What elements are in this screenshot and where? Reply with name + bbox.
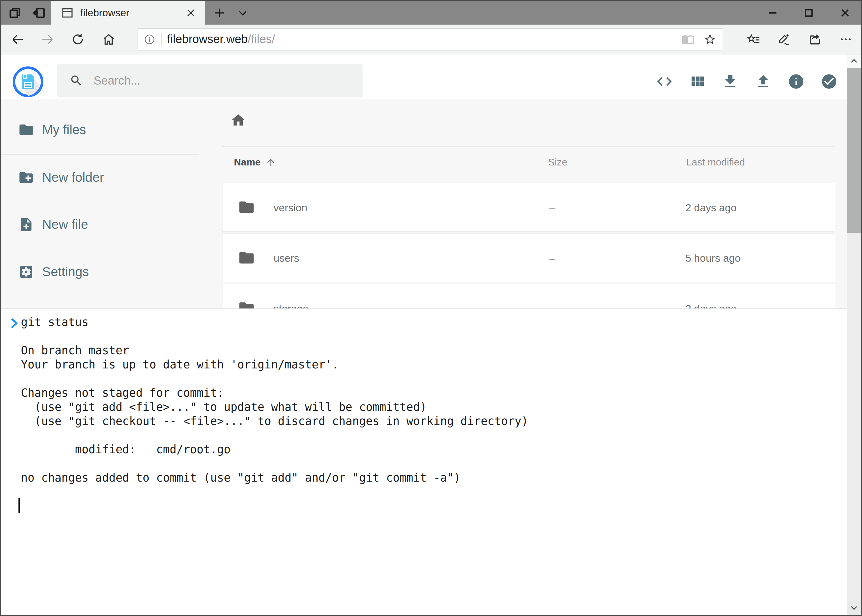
info-icon	[788, 73, 805, 90]
search-box[interactable]	[57, 64, 363, 97]
home-button[interactable]	[101, 25, 117, 54]
close-icon	[840, 7, 851, 19]
folder-icon	[18, 122, 34, 138]
select-multiple-button[interactable]	[820, 73, 838, 91]
window-maximize-button[interactable]	[794, 1, 823, 25]
home-icon	[230, 112, 246, 128]
download-icon	[722, 73, 739, 90]
file-row-version[interactable]: version – 2 days ago	[222, 183, 835, 232]
code-icon	[656, 73, 673, 90]
share-button[interactable]	[805, 25, 825, 54]
breadcrumb-home[interactable]	[230, 112, 246, 129]
set-tabs-aside-icon	[33, 6, 46, 19]
tab-preview-button[interactable]	[6, 1, 24, 25]
terminal-cursor	[19, 498, 20, 513]
settings-gear-icon	[18, 264, 34, 280]
chevron-down-icon	[849, 603, 859, 612]
prompt-chevron-icon	[10, 318, 19, 328]
maximize-icon	[803, 7, 814, 19]
sidebar-item-label: New folder	[42, 170, 104, 185]
sort-ascending-icon	[266, 157, 276, 168]
minimize-icon	[767, 7, 778, 19]
forward-button[interactable]	[40, 25, 56, 54]
column-header-modified[interactable]: Last modified	[686, 157, 745, 168]
chevron-up-icon	[849, 57, 859, 66]
scrollbar-down-button[interactable]	[847, 600, 861, 615]
scrollbar-thumb[interactable]	[847, 68, 861, 233]
url-path: /files/	[248, 33, 275, 46]
filebrowser-logo[interactable]	[12, 66, 44, 99]
site-info-icon[interactable]	[144, 33, 155, 45]
terminal-panel[interactable]: git status On branch master Your branch …	[1, 308, 847, 615]
reading-view-icon[interactable]	[681, 33, 694, 46]
upload-icon	[755, 73, 772, 90]
hub-star-list-icon	[747, 33, 760, 46]
column-label: Name	[234, 157, 261, 168]
share-icon	[808, 33, 822, 46]
file-size: –	[549, 202, 555, 214]
hub-favorites-button[interactable]	[744, 25, 764, 54]
home-icon	[102, 32, 116, 46]
new-file-icon	[18, 217, 34, 233]
pen-icon	[777, 33, 791, 46]
titlebar: filebrowser	[1, 1, 861, 25]
file-row-users[interactable]: users – 5 hours ago	[222, 233, 835, 282]
tab-title: filebrowser	[80, 7, 184, 19]
tab-close-button[interactable]	[184, 6, 198, 20]
file-name: version	[274, 202, 307, 214]
window-minimize-button[interactable]	[759, 1, 787, 25]
ellipsis-icon	[839, 33, 853, 46]
tab-list-dropdown-button[interactable]	[233, 1, 252, 25]
file-size: –	[549, 252, 555, 264]
url-domain: filebrowser.web	[167, 33, 248, 46]
column-header-size[interactable]: Size	[548, 157, 567, 168]
back-button[interactable]	[9, 25, 25, 54]
address-bar[interactable]: filebrowser.web/files/	[137, 28, 723, 50]
file-name: users	[274, 252, 299, 264]
upload-button[interactable]	[754, 73, 772, 91]
browser-tab[interactable]: filebrowser	[51, 1, 205, 25]
sidebar-item-new-folder[interactable]: New folder	[1, 169, 198, 186]
more-menu-button[interactable]	[836, 25, 856, 54]
search-input[interactable]	[93, 74, 340, 87]
search-icon	[69, 74, 83, 87]
set-tabs-aside-button[interactable]	[30, 1, 48, 25]
listing-divider	[222, 146, 835, 147]
sidebar-divider	[1, 250, 199, 250]
sidebar-divider	[1, 154, 199, 155]
download-button[interactable]	[721, 73, 739, 91]
file-modified: 5 hours ago	[686, 252, 741, 264]
grid-view-button[interactable]	[688, 73, 707, 91]
address-divider	[161, 33, 162, 46]
column-header-name[interactable]: Name	[234, 157, 276, 168]
sidebar-item-new-file[interactable]: New file	[1, 216, 198, 233]
refresh-button[interactable]	[70, 25, 86, 54]
favorite-star-icon[interactable]	[703, 33, 717, 46]
page-scrollbar[interactable]	[847, 55, 861, 615]
page-favicon-icon	[61, 7, 74, 19]
back-arrow-icon	[11, 32, 25, 46]
check-circle-icon	[821, 73, 838, 90]
sidebar-item-label: New file	[42, 217, 88, 232]
scrollbar-up-button[interactable]	[847, 55, 861, 68]
sidebar-item-label: My files	[42, 123, 86, 137]
new-tab-button[interactable]	[210, 1, 229, 25]
sidebar-item-my-files[interactable]: My files	[1, 121, 198, 138]
browser-window: filebrowser	[0, 0, 862, 616]
refresh-icon	[71, 32, 85, 46]
terminal-command: git status	[21, 315, 528, 329]
web-notes-button[interactable]	[774, 25, 794, 54]
sidebar-item-settings[interactable]: Settings	[1, 263, 198, 280]
app-header	[1, 55, 847, 99]
close-icon	[186, 8, 195, 17]
raw-editor-button[interactable]	[655, 73, 674, 91]
info-button[interactable]	[787, 73, 805, 91]
plus-icon	[214, 7, 225, 19]
folder-icon	[238, 249, 255, 266]
file-modified: 2 days ago	[686, 202, 736, 214]
sidebar-item-label: Settings	[42, 264, 89, 279]
window-close-button[interactable]	[831, 1, 859, 25]
forward-arrow-icon	[41, 32, 55, 46]
new-folder-icon	[18, 170, 34, 185]
terminal-text: git status On branch master Your branch …	[21, 315, 528, 485]
